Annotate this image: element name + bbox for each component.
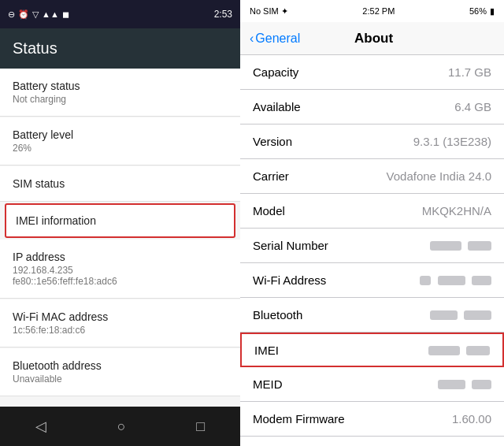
android-content: Battery status Not charging Battery leve… (0, 69, 240, 407)
carrier-value: Vodafone India 24.0 (387, 169, 491, 183)
recent-icon[interactable]: □ (196, 418, 205, 435)
android-item-wifi-mac[interactable]: Wi-Fi MAC address 1c:56:fe:18:ad:c6 (0, 299, 240, 348)
ios-status-bar: No SIM ✦ 2:52 PM 56% ▮ (240, 0, 504, 22)
bluetooth-label: Bluetooth (253, 308, 302, 321)
ios-page-title: About (300, 31, 447, 46)
battery-status-value: Not charging (13, 94, 228, 105)
ios-battery-area: 56% ▮ (469, 6, 495, 17)
blur-block-1 (430, 241, 461, 251)
ios-content: Capacity 11.7 GB Available 6.4 GB Versio… (240, 55, 504, 446)
ios-row-meid: MEID (240, 367, 504, 402)
imei-value-blurred (428, 343, 490, 357)
blur-block-imei-2 (466, 346, 490, 355)
android-nav-bar: ◁ ○ □ (0, 407, 240, 446)
ios-table: Capacity 11.7 GB Available 6.4 GB Versio… (240, 55, 504, 446)
android-item-bluetooth[interactable]: Bluetooth address Unavailable (0, 348, 240, 396)
chevron-left-icon: ‹ (250, 32, 254, 46)
blur-block-meid-2 (472, 380, 491, 389)
battery-level-title: Battery level (13, 128, 228, 141)
ip-title: IP address (13, 251, 228, 263)
blur-block-wifi-2 (438, 276, 465, 285)
ios-back-label: General (255, 32, 300, 46)
ios-row-carrier: Carrier Vodafone India 24.0 (240, 159, 504, 194)
android-item-battery-level[interactable]: Battery level 26% (0, 117, 240, 165)
imei-label: IMEI (254, 344, 279, 357)
android-item-imei[interactable]: IMEI information (5, 203, 235, 238)
blur-block-wifi-1 (420, 276, 431, 285)
wifi-value-blurred (420, 273, 491, 288)
model-label: Model (253, 204, 285, 217)
ios-row-capacity: Capacity 11.7 GB (240, 55, 504, 90)
ios-row-modem: Modem Firmware 1.60.00 (240, 402, 504, 437)
wifi-mac-title: Wi-Fi MAC address (13, 310, 228, 323)
alarm-icon: ⏰ (18, 9, 29, 20)
ios-row-seid[interactable]: SEID › (240, 437, 504, 446)
bluetooth-value: Unavailable (13, 374, 228, 385)
android-item-ip[interactable]: IP address 192.168.4.235 fe80::1e56:feff… (0, 240, 240, 299)
serial-label: Serial Number (253, 239, 328, 252)
android-page-title: Status (13, 39, 228, 58)
blur-block-meid-1 (438, 380, 465, 389)
battery-status-title: Battery status (13, 80, 228, 92)
blur-block-2 (468, 241, 491, 251)
battery-icon: ▮ (490, 6, 495, 17)
available-value: 6.4 GB (454, 100, 491, 113)
ios-row-version: Version 9.3.1 (13E238) (240, 125, 504, 159)
ios-time: 2:52 PM (362, 6, 395, 16)
serial-value-blurred (430, 239, 491, 253)
android-header: Status (0, 28, 240, 69)
meid-value-blurred (438, 377, 491, 392)
dnd-icon: ⊖ (8, 9, 15, 20)
capacity-value: 11.7 GB (448, 65, 491, 79)
carrier-label: Carrier (253, 169, 289, 183)
blur-block-bt-2 (464, 310, 491, 320)
ios-row-imei: IMEI (240, 333, 504, 367)
ios-row-bluetooth: Bluetooth (240, 298, 504, 333)
home-icon[interactable]: ○ (117, 418, 126, 435)
ios-nav-bar: ‹ General About (240, 22, 504, 55)
available-label: Available (253, 100, 301, 113)
android-item-battery-status[interactable]: Battery status Not charging (0, 69, 240, 117)
back-icon[interactable]: ◁ (35, 418, 46, 435)
ios-panel: No SIM ✦ 2:52 PM 56% ▮ ‹ General About C… (240, 0, 504, 446)
version-value: 9.3.1 (13E238) (413, 135, 491, 148)
bluetooth-title: Bluetooth address (13, 359, 228, 372)
version-label: Version (253, 135, 292, 148)
android-panel: ⊖ ⏰ ▽ ▲▲ ◼ 2:53 Status Battery status No… (0, 0, 240, 446)
blur-block-bt-1 (430, 310, 458, 320)
battery-percent: 56% (469, 6, 487, 16)
wifi-label: Wi-Fi Address (253, 273, 326, 287)
imei-title: IMEI information (16, 214, 224, 227)
ios-row-wifi: Wi-Fi Address (240, 263, 504, 298)
ios-row-model: Model MKQK2HN/A (240, 194, 504, 229)
ios-back-button[interactable]: ‹ General (250, 32, 300, 46)
android-status-bar: ⊖ ⏰ ▽ ▲▲ ◼ 2:53 (0, 0, 240, 28)
ios-row-serial: Serial Number (240, 229, 504, 263)
meid-label: MEID (253, 377, 283, 391)
wifi-icon: ▽ (32, 9, 39, 20)
data-icon: ◼ (62, 9, 69, 20)
sim-status-title: SIM status (13, 177, 228, 190)
wifi-mac-value: 1c:56:fe:18:ad:c6 (13, 325, 228, 336)
capacity-label: Capacity (253, 65, 298, 79)
android-status-icons: ⊖ ⏰ ▽ ▲▲ ◼ (8, 9, 69, 20)
android-item-sim-status[interactable]: SIM status (0, 166, 240, 202)
blur-block-imei-1 (428, 346, 460, 355)
ios-row-available: Available 6.4 GB (240, 90, 504, 125)
ios-carrier: No SIM ✦ (250, 6, 288, 17)
blur-block-wifi-3 (472, 276, 491, 285)
battery-level-value: 26% (13, 143, 228, 154)
signal-icon: ▲▲ (42, 9, 59, 19)
ip-value: 192.168.4.235 fe80::1e56:feff:fe18:adc6 (13, 265, 228, 287)
android-time: 2:53 (214, 9, 232, 20)
modem-value: 1.60.00 (452, 412, 491, 426)
bluetooth-value-blurred (430, 308, 491, 322)
model-value: MKQK2HN/A (422, 204, 491, 217)
modem-label: Modem Firmware (253, 412, 345, 426)
